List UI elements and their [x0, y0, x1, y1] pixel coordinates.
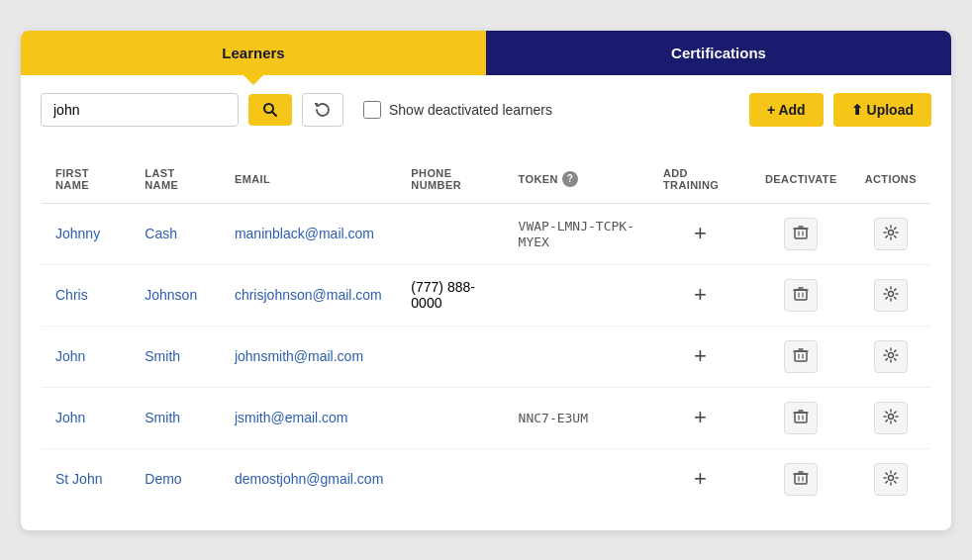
first-name-link[interactable]: John: [55, 348, 85, 364]
svg-point-13: [888, 291, 893, 296]
svg-point-19: [888, 352, 893, 357]
gear-icon: [883, 409, 899, 424]
settings-button[interactable]: [874, 402, 908, 434]
cell-last-name: Demo: [131, 448, 221, 510]
cell-actions: [851, 448, 931, 510]
last-name-link[interactable]: Smith: [145, 348, 180, 364]
last-name-link[interactable]: Cash: [145, 226, 177, 241]
cell-actions: [851, 387, 931, 448]
token-value: VWAP-LMNJ-TCPK-MYEX: [519, 219, 634, 249]
cell-add-training: +: [649, 203, 751, 264]
email-link[interactable]: demostjohn@gmail.com: [235, 471, 383, 487]
col-last-name: LAST NAME: [131, 154, 221, 203]
last-name-link[interactable]: Smith: [145, 410, 180, 425]
settings-button[interactable]: [874, 218, 908, 250]
trash-icon: [793, 470, 809, 486]
col-first-name: FIRST NAME: [42, 154, 132, 203]
add-training-button[interactable]: +: [694, 343, 707, 369]
tab-learners-label: Learners: [222, 45, 284, 61]
tab-certifications[interactable]: Certifications: [486, 31, 951, 75]
cell-last-name: Smith: [131, 387, 221, 448]
cell-actions: [851, 264, 931, 326]
deactivate-button[interactable]: [784, 463, 818, 496]
cell-phone: [397, 387, 504, 448]
svg-point-7: [888, 230, 893, 234]
email-link[interactable]: johnsmith@mail.com: [235, 348, 363, 364]
phone-value: (777) 888-0000: [411, 279, 475, 311]
deactivate-button[interactable]: [784, 340, 818, 373]
table-row: St John Demo demostjohn@gmail.com +: [42, 448, 931, 510]
cell-add-training: +: [649, 448, 751, 510]
tab-bar: Learners Certifications: [21, 31, 951, 75]
cell-add-training: +: [649, 264, 751, 326]
reset-button[interactable]: [302, 93, 343, 127]
cell-token: VWAP-LMNJ-TCPK-MYEX: [505, 203, 649, 264]
cell-deactivate: [751, 203, 851, 264]
deactivate-button[interactable]: [784, 218, 818, 250]
add-training-button[interactable]: +: [694, 405, 707, 430]
last-name-link[interactable]: Demo: [145, 471, 181, 487]
token-help-icon[interactable]: ?: [562, 171, 578, 187]
reset-icon: [315, 102, 331, 118]
trash-icon: [793, 409, 809, 424]
trash-icon: [793, 286, 809, 302]
svg-point-31: [888, 475, 893, 480]
add-training-button[interactable]: +: [694, 466, 707, 492]
cell-phone: [397, 203, 504, 264]
first-name-link[interactable]: John: [55, 410, 85, 425]
show-deactivated-checkbox[interactable]: [363, 101, 381, 119]
upload-button[interactable]: ⬆ Upload: [833, 93, 931, 127]
tab-learners[interactable]: Learners: [21, 31, 486, 75]
cell-first-name: John: [42, 326, 132, 387]
col-email: EMAIL: [221, 154, 397, 203]
cell-first-name: Johnny: [42, 203, 132, 264]
svg-rect-14: [795, 351, 807, 361]
email-link[interactable]: jsmith@email.com: [235, 410, 348, 425]
settings-button[interactable]: [874, 340, 908, 373]
svg-rect-2: [795, 229, 807, 238]
col-phone: PHONE NUMBER: [397, 154, 504, 203]
cell-token: [505, 448, 649, 510]
cell-deactivate: [751, 264, 851, 326]
cell-phone: [397, 326, 504, 387]
search-button[interactable]: [248, 94, 292, 126]
table-body: Johnny Cash maninblack@mail.com VWAP-LMN…: [42, 203, 931, 510]
gear-icon: [883, 225, 899, 240]
first-name-link[interactable]: St John: [55, 471, 102, 487]
table-row: John Smith jsmith@email.com NNC7-E3UM +: [42, 387, 931, 448]
add-training-button[interactable]: +: [694, 221, 707, 246]
cell-add-training: +: [649, 387, 751, 448]
settings-button[interactable]: [874, 279, 908, 312]
show-deactivated-label[interactable]: Show deactivated learners: [363, 101, 552, 119]
table-wrapper: FIRST NAME LAST NAME EMAIL PHONE NUMBER …: [21, 144, 951, 530]
cell-first-name: John: [42, 387, 132, 448]
deactivate-button[interactable]: [784, 402, 818, 434]
email-link[interactable]: chrisjohnson@mail.com: [235, 287, 382, 303]
tab-certifications-label: Certifications: [671, 45, 766, 61]
search-icon: [262, 102, 278, 118]
add-training-button[interactable]: +: [694, 282, 707, 308]
svg-rect-8: [795, 290, 807, 300]
gear-icon: [883, 347, 899, 363]
first-name-link[interactable]: Johnny: [55, 226, 100, 241]
search-input[interactable]: [41, 93, 239, 127]
svg-line-1: [272, 111, 276, 115]
trash-icon: [793, 225, 809, 240]
gear-icon: [883, 286, 899, 302]
table-row: Chris Johnson chrisjohnson@mail.com (777…: [42, 264, 931, 326]
cell-deactivate: [751, 326, 851, 387]
cell-deactivate: [751, 448, 851, 510]
add-button[interactable]: + Add: [749, 93, 824, 127]
deactivate-button[interactable]: [784, 279, 818, 312]
toolbar: Show deactivated learners + Add ⬆ Upload: [21, 75, 951, 144]
main-container: Learners Certifications Show deactivated…: [21, 31, 951, 530]
email-link[interactable]: maninblack@mail.com: [235, 226, 374, 241]
cell-email: demostjohn@gmail.com: [221, 448, 397, 510]
last-name-link[interactable]: Johnson: [145, 287, 197, 303]
first-name-link[interactable]: Chris: [55, 287, 88, 303]
settings-button[interactable]: [874, 463, 908, 496]
cell-last-name: Smith: [131, 326, 221, 387]
add-label: + Add: [767, 102, 806, 118]
cell-last-name: Johnson: [131, 264, 221, 326]
token-value: NNC7-E3UM: [519, 411, 588, 425]
